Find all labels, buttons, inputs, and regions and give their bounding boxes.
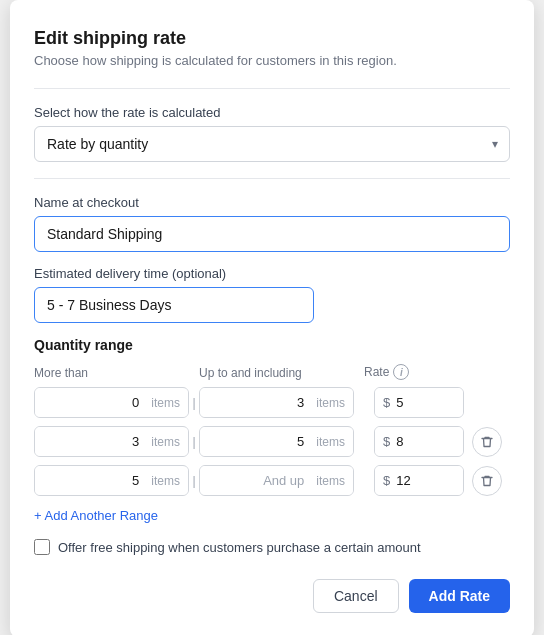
rate-info-icon[interactable]: i — [393, 364, 409, 380]
more-than-2-input[interactable] — [35, 427, 147, 456]
trash-icon-2 — [480, 435, 494, 449]
delivery-time-field: Estimated delivery time (optional) — [34, 266, 510, 323]
items-suffix-1: items — [147, 389, 188, 417]
divider-1 — [34, 88, 510, 89]
delete-btn-placeholder-1 — [472, 388, 502, 418]
modal-title: Edit shipping rate — [34, 28, 510, 49]
up-to-3-input[interactable] — [200, 466, 312, 495]
up-to-3-wrapper: items — [199, 465, 354, 496]
delete-row-2-button[interactable] — [472, 427, 502, 457]
items-suffix-3: items — [147, 467, 188, 495]
more-than-1-wrapper: items — [34, 387, 189, 418]
modal-footer: Cancel Add Rate — [34, 579, 510, 613]
edit-shipping-rate-modal: Edit shipping rate Choose how shipping i… — [10, 0, 534, 635]
separator-3: | — [189, 474, 199, 488]
more-than-3-wrapper: items — [34, 465, 189, 496]
rate-selector-wrapper: Rate by quantity Rate by price Rate by w… — [34, 126, 510, 162]
add-rate-button[interactable]: Add Rate — [409, 579, 510, 613]
more-than-2-wrapper: items — [34, 426, 189, 457]
trash-icon-3 — [480, 474, 494, 488]
col-up-to-label: Up to and including — [199, 366, 302, 380]
currency-2: $ — [375, 427, 396, 456]
name-at-checkout-input[interactable] — [34, 216, 510, 252]
range-row-2: items | items $ — [34, 426, 510, 457]
currency-3: $ — [375, 466, 396, 495]
range-row-1: items | items $ — [34, 387, 510, 418]
items-suffix-up-1: items — [312, 389, 353, 417]
rate-calculated-label: Select how the rate is calculated — [34, 105, 510, 120]
name-at-checkout-label: Name at checkout — [34, 195, 510, 210]
rate-calculated-field: Select how the rate is calculated Rate b… — [34, 105, 510, 162]
range-row-3: items | items $ — [34, 465, 510, 496]
quantity-range-title: Quantity range — [34, 337, 510, 353]
col-more-than-label: More than — [34, 366, 88, 380]
col-rate-label: Rate — [364, 365, 389, 379]
up-to-2-wrapper: items — [199, 426, 354, 457]
rate-3-wrapper: $ — [374, 465, 464, 496]
items-suffix-2: items — [147, 428, 188, 456]
add-range-label: + Add Another Range — [34, 508, 158, 523]
delivery-time-input[interactable] — [34, 287, 314, 323]
delivery-time-label: Estimated delivery time (optional) — [34, 266, 510, 281]
cancel-button[interactable]: Cancel — [313, 579, 399, 613]
name-at-checkout-field: Name at checkout — [34, 195, 510, 252]
rate-2-input[interactable] — [396, 427, 463, 456]
range-header-row: More than Up to and including Rate i — [34, 363, 510, 381]
rate-1-input[interactable] — [396, 388, 463, 417]
separator-1: | — [189, 396, 199, 410]
rate-1-wrapper: $ — [374, 387, 464, 418]
rate-3-input[interactable] — [396, 466, 463, 495]
delete-row-3-button[interactable] — [472, 466, 502, 496]
up-to-1-input[interactable] — [200, 388, 312, 417]
items-suffix-up-3: items — [312, 467, 353, 495]
up-to-1-wrapper: items — [199, 387, 354, 418]
quantity-range-section: Quantity range More than Up to and inclu… — [34, 337, 510, 527]
rate-2-wrapper: $ — [374, 426, 464, 457]
free-shipping-checkbox[interactable] — [34, 539, 50, 555]
more-than-3-input[interactable] — [35, 466, 147, 495]
rate-selector[interactable]: Rate by quantity Rate by price Rate by w… — [34, 126, 510, 162]
divider-2 — [34, 178, 510, 179]
modal-subtitle: Choose how shipping is calculated for cu… — [34, 53, 510, 68]
up-to-2-input[interactable] — [200, 427, 312, 456]
currency-1: $ — [375, 388, 396, 417]
separator-2: | — [189, 435, 199, 449]
add-another-range-button[interactable]: + Add Another Range — [34, 504, 158, 527]
free-shipping-row: Offer free shipping when customers purch… — [34, 539, 510, 555]
more-than-1-input[interactable] — [35, 388, 147, 417]
free-shipping-label: Offer free shipping when customers purch… — [58, 540, 421, 555]
items-suffix-up-2: items — [312, 428, 353, 456]
